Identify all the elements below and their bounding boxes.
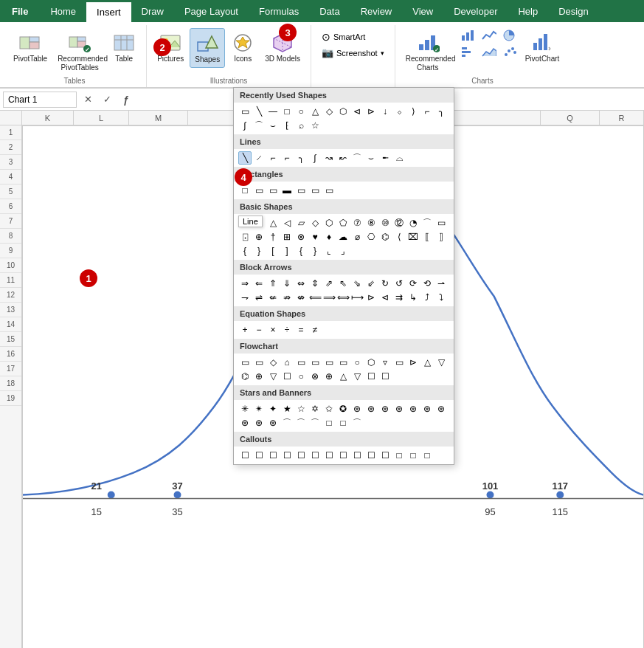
tab-formulas[interactable]: Formulas [249,0,309,22]
shape-icon[interactable]: ☐ [378,370,392,383]
shape-icon[interactable]: ▬ [280,184,294,197]
shape-icon[interactable]: ✴ [252,402,266,416]
shape-icon[interactable]: ◔ [406,216,420,230]
shape-icon[interactable]: ⊗ [308,370,322,383]
shape-icon[interactable]: ▭ [252,184,266,197]
shape-icon[interactable]: ⌣ [364,151,378,165]
shape-icon[interactable]: ⟼ [350,291,364,304]
shape-icon[interactable]: ⌒ [350,151,364,165]
shape-icon[interactable]: ▭ [434,216,448,230]
shape-icon[interactable]: ╾ [378,151,392,165]
shape-icon[interactable]: ⇀ [434,277,448,290]
shape-icon[interactable]: ▽ [266,370,280,383]
shape-icon[interactable]: ⌟ [336,244,350,258]
column-chart-button[interactable] [459,28,478,43]
shape-icon[interactable]: ⇁ [238,291,252,304]
shape-icon[interactable]: ⟸ [308,291,322,304]
shape-icon[interactable]: ÷ [280,323,294,337]
pivot-chart-button[interactable]: PivotChart [521,28,564,66]
shape-icon[interactable]: ▭ [238,105,252,118]
shape-icon[interactable]: ⑩ [378,216,392,230]
shape-icon[interactable]: ⊛ [434,402,448,416]
shape-icon[interactable]: ☆ [294,402,308,416]
shape-icon[interactable]: ▽ [350,370,364,383]
shape-icon[interactable]: ⤵ [434,291,448,304]
shape-icon[interactable]: ◇ [322,105,336,118]
shape-icon[interactable]: ⌓ [392,151,406,165]
shape-icon[interactable]: ⊲ [350,105,364,118]
shape-icon[interactable]: ⊛ [378,402,392,416]
shape-icon[interactable]: ∫ [308,151,322,165]
shape-icon[interactable]: □ [406,449,420,462]
shape-icon[interactable]: ⌒ [420,216,434,230]
shape-icon[interactable]: ⟦ [420,230,434,244]
shape-icon[interactable]: ◁ [280,216,294,230]
shape-icon[interactable]: ⊕ [322,370,336,383]
shape-icon[interactable]: ↺ [392,277,406,290]
tab-page-layout[interactable]: Page Layout [174,0,249,22]
shapes-dropdown[interactable]: Recently Used Shapes ▭ ╲ — □ ○ △ ◇ ⬡ ⊲ ⊳… [233,87,454,465]
shape-icon[interactable]: ╲ [252,105,266,118]
shape-icon[interactable]: ▭ [322,356,336,369]
shape-icon[interactable]: ✪ [336,402,350,416]
shape-icon[interactable]: ⟹ [322,291,336,304]
shape-icon[interactable]: ☁ [336,230,350,244]
table-button[interactable]: Table [108,28,140,66]
shape-icon[interactable]: □ [322,416,336,430]
tab-data[interactable]: Data [309,0,350,22]
shape-icon[interactable]: ⇗ [322,277,336,290]
shape-icon[interactable]: ⌕ [294,119,308,132]
shape-icon[interactable]: } [252,244,266,258]
shape-icon[interactable]: □ [392,449,406,462]
shape-icon[interactable]: ↓ [378,105,392,118]
formula-confirm-button[interactable]: ✓ [99,92,115,108]
shape-icon[interactable]: ↻ [378,277,392,290]
shape-icon[interactable]: ▿ [378,356,392,369]
shape-icon[interactable]: { [238,244,252,258]
shape-icon[interactable]: ⇏ [280,291,294,304]
shape-icon[interactable]: ⤴ [420,291,434,304]
shape-icon[interactable]: ⌐ [280,151,294,165]
shape-icon[interactable]: ◇ [266,356,280,369]
shape-icon[interactable]: ⌐ [266,151,280,165]
shape-icon[interactable]: □ [420,449,434,462]
shape-icon[interactable]: ✩ [322,402,336,416]
shape-icon[interactable]: { [294,244,308,258]
shape-icon[interactable]: ⊳ [364,291,378,304]
shape-icon[interactable]: } [308,244,322,258]
formula-function-button[interactable]: ƒ [118,92,134,108]
smartart-button[interactable]: ⊙ SmartArt [317,30,389,44]
shape-icon[interactable]: ⇘ [350,277,364,290]
tab-review[interactable]: Review [350,0,403,22]
shape-icon[interactable]: ⇉ [392,291,406,304]
shape-icon[interactable]: ☐ [378,449,392,462]
shape-icon[interactable]: ╮ [294,151,308,165]
shape-icon[interactable]: [ [266,244,280,258]
shape-icon[interactable]: ⇒ [238,277,252,290]
shape-icon[interactable]: ♦ [322,230,336,244]
area-chart-button[interactable] [479,44,499,59]
line-shape-icon[interactable]: ╲ [238,151,252,165]
shape-icon[interactable]: ⊕ [252,370,266,383]
shape-icon[interactable]: ♥ [308,230,322,244]
shape-icon[interactable]: ⇓ [280,277,294,290]
shape-icon[interactable]: ⊛ [266,416,280,430]
shape-icon[interactable]: ☐ [280,370,294,383]
shape-icon[interactable]: □ [280,105,294,118]
shape-icon[interactable]: † [266,230,280,244]
shape-icon[interactable]: ⊛ [252,416,266,430]
shape-icon[interactable]: ⟺ [336,291,350,304]
shape-icon[interactable]: ] [280,244,294,258]
shape-icon[interactable]: □ [336,416,350,430]
shape-icon[interactable]: × [266,323,280,337]
shape-icon[interactable]: ↜ [336,151,350,165]
shape-icon[interactable]: ☐ [252,449,266,462]
shape-icon[interactable]: ⊛ [350,402,364,416]
shape-icon[interactable]: ⊛ [406,402,420,416]
shape-icon[interactable]: ⇔ [294,277,308,290]
shape-icon[interactable]: ⊲ [378,291,392,304]
shape-icon[interactable]: ✳ [238,402,252,416]
pivot-table-button[interactable]: PivotTable [9,28,52,66]
shape-icon[interactable]: ⟋ [252,151,266,165]
shape-icon[interactable]: ▭ [294,184,308,197]
